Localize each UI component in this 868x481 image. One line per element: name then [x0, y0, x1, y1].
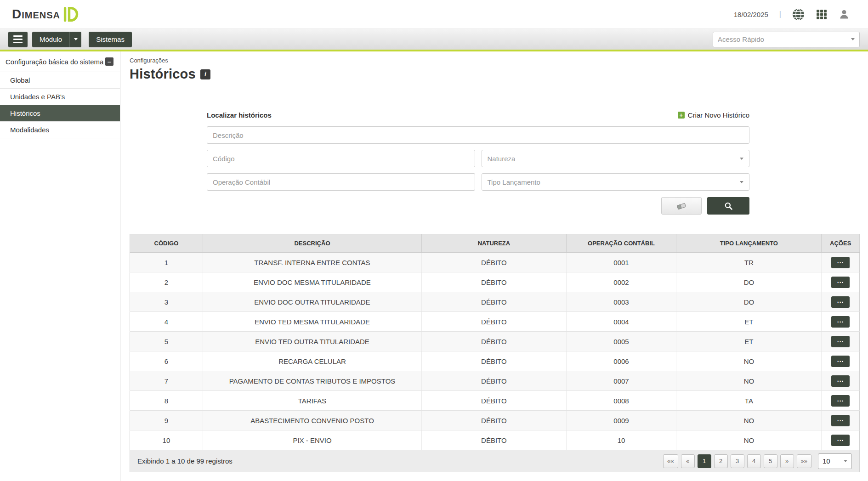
cell-codigo: 9 — [130, 411, 203, 430]
page-button-1[interactable]: 1 — [698, 454, 711, 468]
page-button-2[interactable]: 2 — [714, 454, 728, 468]
cell-natureza: DÉBITO — [422, 312, 566, 332]
create-new-historico-link[interactable]: + Criar Novo Histórico — [678, 111, 749, 119]
operacao-contabil-input[interactable] — [207, 173, 475, 191]
plus-icon: + — [678, 112, 685, 119]
search-icon — [724, 202, 733, 210]
header-codigo: CÓDIGO — [130, 234, 203, 253]
page-title: Históricos — [130, 67, 196, 82]
page-button-««[interactable]: «« — [663, 454, 678, 468]
modulo-dropdown-button[interactable] — [69, 32, 81, 47]
current-date: 18/02/2025 — [734, 11, 768, 18]
clear-filters-button[interactable] — [661, 197, 702, 215]
page-size-select[interactable]: 10 — [818, 453, 852, 469]
page-button-5[interactable]: 5 — [764, 454, 777, 468]
cell-operacao-contabil: 0003 — [566, 292, 676, 312]
table-row: 3 ENVIO DOC OUTRA TITULARIDADE DÉBITO 00… — [130, 292, 860, 312]
row-actions-button[interactable]: ... — [831, 415, 850, 426]
modulo-button-group: Módulo — [32, 32, 81, 47]
cell-codigo: 1 — [130, 253, 203, 272]
cell-natureza: DÉBITO — [422, 272, 566, 292]
row-actions-button[interactable]: ... — [831, 395, 850, 407]
page-button-«[interactable]: « — [681, 454, 695, 468]
cell-codigo: 3 — [130, 292, 203, 312]
historicos-table: CÓDIGO DESCRIÇÃO NATUREZA OPERAÇÃO CONTÁ… — [130, 234, 860, 450]
globe-icon[interactable] — [792, 8, 805, 21]
cell-codigo: 6 — [130, 351, 203, 371]
cell-acoes: ... — [822, 332, 860, 351]
sidebar-nav: Global Unidades e PAB's Históricos Modal… — [0, 72, 120, 138]
header-operacao-contabil: OPERAÇÃO CONTÁBIL — [566, 234, 676, 253]
collapse-icon[interactable]: − — [105, 57, 113, 66]
cell-tipo-lancamento: ET — [676, 312, 822, 332]
table-body: 1 TRANSF. INTERNA ENTRE CONTAS DÉBITO 00… — [130, 253, 860, 450]
quick-access-input[interactable] — [718, 35, 851, 43]
cell-tipo-lancamento: NO — [676, 351, 822, 371]
cell-operacao-contabil: 0006 — [566, 351, 676, 371]
cell-operacao-contabil: 0009 — [566, 411, 676, 430]
cell-descricao: ABASTECIMENTO CONVENIO POSTO — [203, 411, 421, 430]
cell-operacao-contabil: 0002 — [566, 272, 676, 292]
cell-acoes: ... — [822, 371, 860, 391]
sidebar-item-historicos[interactable]: Históricos — [0, 105, 120, 122]
hamburger-menu-button[interactable] — [8, 32, 28, 47]
cell-descricao: ENVIO DOC OUTRA TITULARIDADE — [203, 292, 421, 312]
row-actions-button[interactable]: ... — [831, 316, 850, 328]
sistemas-button[interactable]: Sistemas — [89, 32, 132, 47]
cell-natureza: DÉBITO — [422, 253, 566, 272]
table-header-row: CÓDIGO DESCRIÇÃO NATUREZA OPERAÇÃO CONTÁ… — [130, 234, 860, 253]
logo-d-icon — [63, 6, 79, 23]
row-actions-button[interactable]: ... — [831, 336, 850, 347]
row-actions-button[interactable]: ... — [831, 257, 850, 268]
row-actions-button[interactable]: ... — [831, 375, 850, 387]
sidebar-item-global[interactable]: Global — [0, 72, 120, 89]
cell-descricao: PAGAMENTO DE CONTAS TRIBUTOS E IMPOSTOS — [203, 371, 421, 391]
page-size-value: 10 — [823, 457, 830, 465]
natureza-select[interactable]: Natureza — [482, 150, 750, 167]
cell-acoes: ... — [822, 253, 860, 272]
cell-descricao: TARIFAS — [203, 391, 421, 411]
header-tipo-lancamento: TIPO LANÇAMENTO — [676, 234, 822, 253]
sidebar-item-unidades-e-pabs[interactable]: Unidades e PAB's — [0, 89, 120, 105]
user-icon[interactable] — [839, 9, 850, 20]
modulo-button[interactable]: Módulo — [32, 32, 69, 47]
cell-natureza: DÉBITO — [422, 332, 566, 351]
cell-tipo-lancamento: NO — [676, 411, 822, 430]
chevron-down-icon — [844, 460, 847, 462]
info-icon[interactable]: i — [200, 69, 210, 79]
table-row: 5 ENVIO TED OUTRA TITULARIDADE DÉBITO 00… — [130, 332, 860, 351]
row-actions-button[interactable]: ... — [831, 277, 850, 288]
cell-codigo: 10 — [130, 430, 203, 450]
historicos-table-wrap: CÓDIGO DESCRIÇÃO NATUREZA OPERAÇÃO CONTÁ… — [130, 234, 860, 472]
row-actions-button[interactable]: ... — [831, 356, 850, 367]
cell-codigo: 8 — [130, 391, 203, 411]
cell-descricao: RECARGA CELULAR — [203, 351, 421, 371]
sidebar-item-modalidades[interactable]: Modalidades — [0, 122, 120, 138]
page-button-3[interactable]: 3 — [731, 454, 744, 468]
cell-operacao-contabil: 0001 — [566, 253, 676, 272]
row-actions-button[interactable]: ... — [831, 296, 850, 308]
cell-tipo-lancamento: DO — [676, 272, 822, 292]
descricao-input[interactable] — [207, 126, 749, 144]
breadcrumb[interactable]: Configurações — [130, 57, 860, 64]
sidebar-title: Configuração básica do sistema — [6, 58, 103, 66]
grid-menu-icon[interactable] — [816, 8, 828, 20]
cell-operacao-contabil: 0005 — [566, 332, 676, 351]
cell-acoes: ... — [822, 391, 860, 411]
tipo-lancamento-select-value: Tipo Lançamento — [488, 178, 540, 186]
cell-operacao-contabil: 0008 — [566, 391, 676, 411]
sidebar-header: Configuração básica do sistema − — [0, 51, 120, 72]
page-button-»»[interactable]: »» — [797, 454, 811, 468]
cell-natureza: DÉBITO — [422, 391, 566, 411]
codigo-input[interactable] — [207, 150, 475, 167]
search-button[interactable] — [707, 197, 749, 215]
table-row: 8 TARIFAS DÉBITO 0008 TA ... — [130, 391, 860, 411]
cell-codigo: 2 — [130, 272, 203, 292]
logo-text: Dimensa — [12, 7, 60, 22]
tipo-lancamento-select[interactable]: Tipo Lançamento — [482, 173, 750, 191]
page-button-»[interactable]: » — [780, 454, 794, 468]
page-button-4[interactable]: 4 — [747, 454, 761, 468]
quick-access-select[interactable] — [713, 32, 860, 47]
date-separator: | — [779, 10, 781, 18]
row-actions-button[interactable]: ... — [831, 435, 850, 446]
